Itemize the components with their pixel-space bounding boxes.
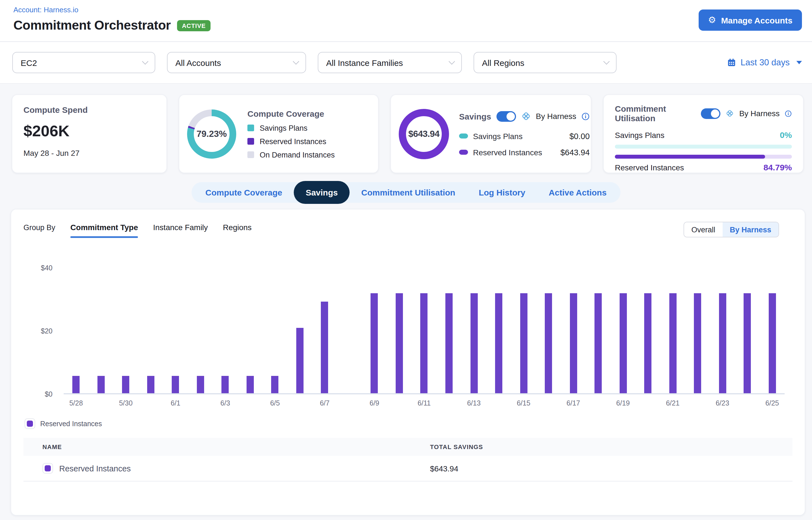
x-tick-label: [487, 399, 511, 407]
y-axis-label: $0: [23, 390, 52, 398]
table-row: Reserved Instances $643.94: [23, 456, 792, 482]
manage-accounts-label: Manage Accounts: [721, 15, 792, 25]
bar-6/5: [271, 375, 279, 393]
row-total-savings: $643.94: [427, 464, 792, 473]
x-tick-label: 6/7: [312, 399, 337, 407]
bar-6/21: [669, 293, 676, 393]
instance-families-select[interactable]: All Instance Families: [318, 52, 462, 73]
bar-6/15: [520, 293, 527, 393]
bar-slot: [487, 268, 511, 393]
bar-slot: [412, 268, 437, 393]
savings-by-harness-toggle[interactable]: [496, 111, 516, 122]
row-value: $0.00: [569, 132, 590, 140]
segment-by-harness[interactable]: By Harness: [723, 222, 779, 237]
date-range-value: Last 30 days: [740, 57, 790, 68]
reserved-instances-swatch: [27, 421, 33, 427]
coverage-percent: 79.23%: [197, 129, 227, 139]
utilisation-by-harness-toggle[interactable]: [701, 108, 721, 119]
row-value: 0%: [780, 130, 792, 140]
harness-logo-icon: [521, 111, 531, 121]
x-tick-label: 6/21: [660, 399, 685, 407]
caret-down-icon: [796, 61, 802, 64]
bar-slot: [337, 268, 362, 393]
bar-slot: [64, 268, 88, 393]
accounts-select[interactable]: All Accounts: [167, 52, 306, 73]
gear-icon: ⚙: [708, 16, 716, 25]
x-tick-label: [735, 399, 760, 407]
instance-families-select-value: All Instance Families: [326, 58, 403, 67]
savings-bar-chart: $0 $20 $40 5/285/306/16/36/56/76/96/116/…: [23, 268, 792, 407]
x-tick-label: 6/3: [213, 399, 238, 407]
y-axis-label: $40: [23, 264, 52, 272]
regions-select[interactable]: All Regions: [474, 52, 617, 73]
bar-6/22: [694, 293, 701, 393]
bar-slot: [735, 268, 760, 393]
legend-label: On Demand Instances: [260, 151, 335, 159]
segment-overall[interactable]: Overall: [684, 222, 723, 237]
row-name: Reserved Instances: [59, 464, 131, 473]
x-tick-label: 6/17: [561, 399, 586, 407]
bar-slot: [685, 268, 710, 393]
bar-6/23: [719, 293, 726, 393]
tab-active-actions[interactable]: Active Actions: [537, 188, 618, 197]
row-label: Reserved Instances: [615, 163, 684, 172]
bar-6/1: [172, 375, 179, 393]
reserved-instances-swatch: [247, 138, 254, 145]
bar-slot: [387, 268, 412, 393]
tab-compute-coverage[interactable]: Compute Coverage: [194, 188, 294, 197]
x-tick-label: [685, 399, 710, 407]
y-axis-label: $20: [23, 327, 52, 335]
tab-savings[interactable]: Savings: [294, 181, 349, 204]
overall-byharness-segmented-control: Overall By Harness: [684, 222, 779, 237]
x-tick-label: 6/5: [262, 399, 287, 407]
bar-6/13: [470, 293, 477, 393]
x-axis-ticks: 5/285/306/16/36/56/76/96/116/136/156/176…: [64, 399, 785, 407]
account-link[interactable]: Account: Harness.io: [14, 6, 78, 14]
calendar-icon: [727, 58, 736, 67]
bar-slot: [635, 268, 660, 393]
accounts-select-value: All Accounts: [175, 58, 221, 67]
savings-total: $643.94: [408, 129, 440, 139]
bar-6/3: [222, 375, 229, 393]
group-by-commitment-type[interactable]: Commitment Type: [70, 223, 138, 238]
tab-commitment-utilisation[interactable]: Commitment Utilisation: [349, 188, 467, 197]
bar-slot: [88, 268, 113, 393]
bar-slot: [287, 268, 312, 393]
group-by-instance-family[interactable]: Instance Family: [153, 223, 208, 238]
row-label: Savings Plans: [473, 132, 522, 140]
x-tick-label: [437, 399, 461, 407]
bar-6/12: [445, 293, 453, 393]
bar-slot: [362, 268, 387, 393]
savings-plans-swatch: [247, 125, 254, 131]
x-tick-label: [138, 399, 163, 407]
bar-6/11: [421, 293, 428, 393]
x-tick-label: 6/13: [462, 399, 487, 407]
table-header: NAME TOTAL SAVINGS: [23, 438, 792, 456]
legend-item: Savings Plans: [247, 124, 335, 132]
manage-accounts-button[interactable]: ⚙ Manage Accounts: [699, 9, 802, 31]
x-tick-label: 6/9: [362, 399, 387, 407]
x-tick-label: 6/11: [412, 399, 437, 407]
bar-slot: [760, 268, 785, 393]
info-icon[interactable]: [785, 109, 792, 118]
legend-checkbox-reserved-instances[interactable]: [25, 418, 35, 429]
by-harness-label: By Harness: [536, 112, 576, 121]
row-value: $643.94: [560, 148, 590, 157]
savings-donut-chart: $643.94: [399, 109, 449, 159]
toggle-knob: [506, 112, 515, 120]
status-badge: ACTIVE: [177, 20, 211, 31]
bar-6/14: [495, 293, 502, 393]
tab-log-history[interactable]: Log History: [467, 188, 537, 197]
group-by-regions[interactable]: Regions: [223, 223, 252, 238]
compute-coverage-title: Compute Coverage: [247, 109, 335, 118]
harness-logo-icon: [726, 108, 734, 119]
page-title: Commitment Orchestrator: [14, 18, 171, 33]
progress-fill: [615, 155, 765, 159]
savings-row-savings-plans: Savings Plans $0.00: [459, 132, 590, 140]
on-demand-swatch: [247, 151, 254, 158]
info-icon[interactable]: [581, 112, 590, 120]
date-range-picker[interactable]: Last 30 days: [727, 57, 802, 68]
service-select[interactable]: EC2: [12, 52, 155, 73]
commitment-utilisation-card: Commitment Utilisation By Harness: [603, 95, 804, 173]
row-label: Reserved Instances: [473, 148, 542, 157]
